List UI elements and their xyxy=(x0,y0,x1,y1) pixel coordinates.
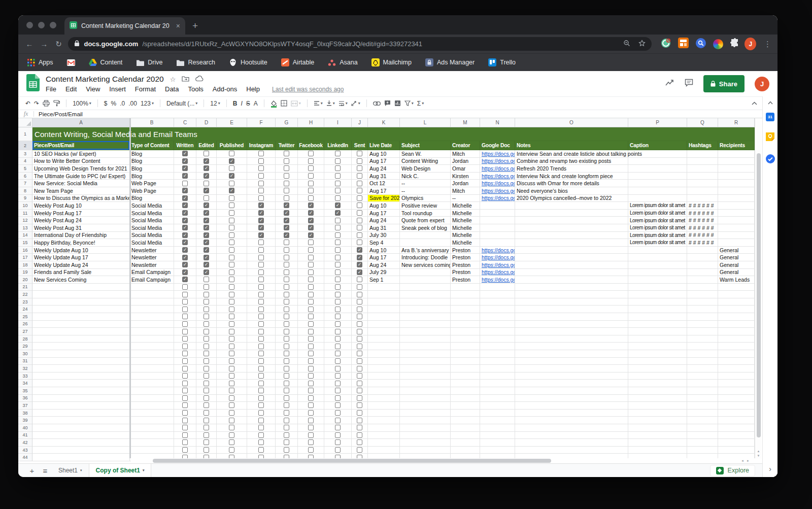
cell-D13[interactable]: ✓ xyxy=(196,224,217,232)
bookmark-content[interactable]: Content xyxy=(89,59,123,66)
cell-C3[interactable]: ✓ xyxy=(174,150,196,158)
cell-P26[interactable] xyxy=(628,321,687,328)
cell-J26[interactable] xyxy=(352,321,368,328)
checkbox-instagram-row5[interactable] xyxy=(258,165,264,171)
cell-I22[interactable] xyxy=(324,291,352,298)
header-cell-notes[interactable]: Notes xyxy=(515,141,628,150)
checkbox-instagram-row29[interactable] xyxy=(258,344,264,349)
row-header-21[interactable]: 21 xyxy=(18,284,32,291)
cell-Q12[interactable]: # # # # # # xyxy=(687,217,718,224)
cell-I9[interactable] xyxy=(324,195,352,202)
cell-R41[interactable] xyxy=(718,432,755,439)
checkbox-written-row4[interactable]: ✓ xyxy=(182,158,188,164)
row-header-5[interactable]: 5 xyxy=(18,165,32,173)
checkbox-facebook-row16[interactable] xyxy=(308,247,314,253)
cell-M8[interactable]: Mitch xyxy=(451,187,480,195)
account-avatar[interactable]: J xyxy=(755,77,769,91)
cell-C26[interactable] xyxy=(174,321,196,328)
checkbox-sent-row19[interactable]: ✓ xyxy=(357,269,362,275)
cell-K40[interactable] xyxy=(368,424,400,432)
cell-Q20[interactable] xyxy=(687,276,718,284)
cell-B30[interactable] xyxy=(130,350,174,358)
cell-P43[interactable] xyxy=(628,447,687,454)
checkbox-instagram-row22[interactable] xyxy=(258,292,264,297)
cell-M15[interactable]: Michelle xyxy=(451,239,480,247)
header-cell-type-of-content[interactable]: Type of Content xyxy=(130,141,174,150)
cell-J29[interactable] xyxy=(352,343,368,350)
checkbox-instagram-row7[interactable] xyxy=(258,181,264,186)
cell-N15[interactable] xyxy=(480,239,515,247)
checkbox-sent-row41[interactable] xyxy=(357,432,362,438)
cell-G23[interactable] xyxy=(276,298,298,306)
cell-I30[interactable] xyxy=(324,350,352,358)
cell-M38[interactable] xyxy=(451,410,480,417)
checkbox-twitter-row35[interactable] xyxy=(284,388,289,393)
cell-O24[interactable] xyxy=(515,306,628,313)
cell-J8[interactable] xyxy=(352,187,368,195)
cell-N14[interactable] xyxy=(480,232,515,240)
cell-I15[interactable] xyxy=(324,239,352,247)
cell-M39[interactable] xyxy=(451,417,480,424)
checkbox-facebook-row33[interactable] xyxy=(308,373,314,379)
horizontal-align-icon[interactable]: ▾ xyxy=(314,101,323,106)
cell-D12[interactable]: ✓ xyxy=(196,217,217,224)
row-header-28[interactable]: 28 xyxy=(18,335,32,343)
checkbox-twitter-row40[interactable] xyxy=(284,425,289,430)
cell-P9[interactable] xyxy=(628,195,687,202)
cell-A15[interactable]: Happy Birthday, Beyonce! xyxy=(32,239,130,247)
checkbox-instagram-row24[interactable] xyxy=(258,307,264,312)
checkbox-sent-row30[interactable] xyxy=(357,351,362,356)
scroll-down-icon[interactable]: ▼ xyxy=(757,454,760,458)
header-cell-written[interactable]: Written xyxy=(174,141,196,150)
cell-Q5[interactable] xyxy=(687,165,718,173)
cell-J7[interactable] xyxy=(352,180,368,187)
cell-I19[interactable] xyxy=(324,269,352,277)
adblock-extension-icon[interactable] xyxy=(660,38,671,51)
reload-button[interactable]: ↻ xyxy=(54,40,64,49)
checkbox-edited-row15[interactable]: ✓ xyxy=(204,240,209,245)
insert-comment-icon[interactable] xyxy=(384,100,391,107)
checkbox-instagram-row31[interactable] xyxy=(258,358,264,364)
cell-I36[interactable] xyxy=(324,395,352,402)
cell-R11[interactable] xyxy=(718,210,755,217)
cell-D38[interactable] xyxy=(196,410,217,417)
checkbox-facebook-row27[interactable] xyxy=(308,329,314,334)
cell-J18[interactable]: ✓ xyxy=(352,261,368,269)
checkbox-facebook-row3[interactable] xyxy=(308,151,314,156)
checkbox-published-row23[interactable] xyxy=(229,299,234,304)
cell-A37[interactable] xyxy=(32,402,130,410)
cell-O22[interactable] xyxy=(515,291,628,298)
cell-O20[interactable] xyxy=(515,276,628,284)
cell-Q30[interactable] xyxy=(687,350,718,358)
cell-J38[interactable] xyxy=(352,410,368,417)
checkbox-twitter-row19[interactable] xyxy=(284,269,289,275)
scroll-up-icon[interactable]: ▲ xyxy=(757,449,760,454)
cell-F12[interactable]: ✓ xyxy=(247,217,276,224)
cell-C42[interactable] xyxy=(174,439,196,447)
cell-E18[interactable] xyxy=(217,261,247,269)
tasks-icon[interactable] xyxy=(766,154,775,165)
checkbox-written-row31[interactable] xyxy=(182,358,188,364)
checkbox-written-row7[interactable] xyxy=(182,181,188,186)
cell-E41[interactable] xyxy=(217,432,247,439)
cell-P24[interactable] xyxy=(628,306,687,313)
checkbox-sent-row32[interactable] xyxy=(357,366,362,371)
checkbox-edited-row40[interactable] xyxy=(204,425,209,430)
header-cell-edited[interactable]: Edited xyxy=(196,141,217,150)
cell-J22[interactable] xyxy=(352,291,368,298)
cell-A34[interactable] xyxy=(32,380,130,387)
cell-L27[interactable] xyxy=(400,328,451,335)
cell-G9[interactable] xyxy=(276,195,298,202)
text-wrap-icon[interactable]: ▾ xyxy=(339,101,348,106)
cell-C7[interactable] xyxy=(174,180,196,187)
cell-F37[interactable] xyxy=(247,402,276,410)
cell-N13[interactable] xyxy=(480,224,515,232)
cell-B3[interactable]: Blog xyxy=(130,150,174,158)
checkbox-linkedin-row28[interactable] xyxy=(335,336,341,342)
cell-O11[interactable] xyxy=(515,210,628,217)
cell-C10[interactable]: ✓ xyxy=(174,202,196,210)
cell-R26[interactable] xyxy=(718,321,755,328)
checkbox-linkedin-row29[interactable] xyxy=(335,344,341,349)
cell-N8[interactable]: https://docs.goog xyxy=(480,187,515,195)
cell-F5[interactable] xyxy=(247,165,276,173)
